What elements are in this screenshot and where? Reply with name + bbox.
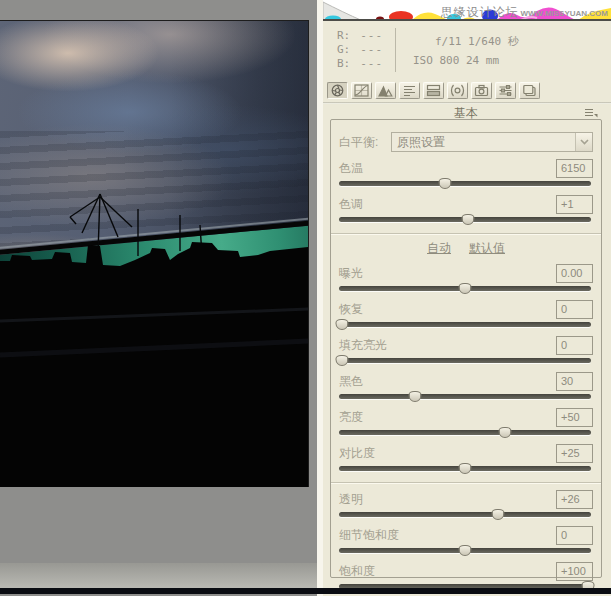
auto-link[interactable]: 自动 xyxy=(427,240,451,257)
vibrance-value[interactable]: 0 xyxy=(556,526,593,545)
brightness-label: 亮度 xyxy=(339,409,363,426)
r-label: R: xyxy=(337,29,350,42)
tab-camera-calibration[interactable] xyxy=(471,82,492,99)
histogram[interactable]: 思缘设计论坛 WWW.MISSYUAN.COM xyxy=(323,0,611,21)
tab-hsl-grayscale[interactable] xyxy=(399,82,420,99)
iso-focal: ISO 800 24 mm xyxy=(413,51,519,70)
group-divider xyxy=(331,233,601,234)
tab-basic[interactable] xyxy=(327,82,348,99)
contrast-slider-track[interactable] xyxy=(339,466,591,471)
fill-light-slider-track[interactable] xyxy=(339,358,591,363)
wb-sliders-group: 色温 6150 色调 +1 xyxy=(339,159,593,224)
tab-detail[interactable] xyxy=(375,82,396,99)
slider-row-exposure: 曝光 0.00 xyxy=(339,264,593,293)
tab-strip xyxy=(327,82,540,99)
camera-raw-panel: 思缘设计论坛 WWW.MISSYUAN.COM R:--- G:--- B:--… xyxy=(323,0,611,596)
watermark-site-name: 思缘设计论坛 xyxy=(440,4,518,21)
fill-light-label: 填充亮光 xyxy=(339,337,387,354)
r-value: --- xyxy=(360,29,383,42)
white-balance-label: 白平衡: xyxy=(339,134,391,151)
slider-row-recovery: 恢复 0 xyxy=(339,300,593,329)
tint-slider-handle[interactable] xyxy=(461,214,474,225)
temperature-value[interactable]: 6150 xyxy=(556,159,593,178)
g-value: --- xyxy=(360,43,383,56)
saturation-label: 饱和度 xyxy=(339,563,375,580)
exposure-info: f/11 1/640 秒 ISO 800 24 mm xyxy=(413,32,519,70)
window-bottom-bar xyxy=(0,588,611,594)
temperature-label: 色温 xyxy=(339,160,363,177)
slider-row-temperature: 色温 6150 xyxy=(339,159,593,188)
slider-row-vibrance: 细节饱和度 0 xyxy=(339,526,593,555)
exposure-value[interactable]: 0.00 xyxy=(556,264,593,283)
recovery-slider-handle[interactable] xyxy=(335,319,348,330)
clarity-slider-track[interactable] xyxy=(339,512,591,517)
group-divider xyxy=(331,482,601,483)
info-divider xyxy=(395,28,396,72)
b-label: B: xyxy=(337,57,350,70)
recovery-slider-track[interactable] xyxy=(339,322,591,327)
preview-bottom-strip xyxy=(0,563,322,588)
clarity-slider-handle[interactable] xyxy=(491,509,504,520)
exposure-label: 曝光 xyxy=(339,265,363,282)
image-info: R:--- G:--- B:--- f/11 1/640 秒 ISO 800 2… xyxy=(323,22,611,79)
auto-default-links: 自动 默认值 xyxy=(339,239,593,257)
slider-row-contrast: 对比度 +25 xyxy=(339,444,593,473)
temperature-slider-track[interactable] xyxy=(339,181,591,186)
vibrance-slider-handle[interactable] xyxy=(459,545,472,556)
b-value: --- xyxy=(360,57,383,70)
rgb-readout: R:--- G:--- B:--- xyxy=(337,29,383,71)
watermark-site-url: WWW.MISSYUAN.COM xyxy=(520,9,608,18)
tint-label: 色调 xyxy=(339,196,363,213)
temperature-slider-handle[interactable] xyxy=(438,178,451,189)
tint-slider-track[interactable] xyxy=(339,217,591,222)
tab-lens-corrections[interactable] xyxy=(447,82,468,99)
tab-split-toning[interactable] xyxy=(423,82,444,99)
slider-row-tint: 色调 +1 xyxy=(339,195,593,224)
tab-tone-curve[interactable] xyxy=(351,82,372,99)
contrast-slider-handle[interactable] xyxy=(459,463,472,474)
fill-light-value[interactable]: 0 xyxy=(556,336,593,355)
chevron-down-icon[interactable] xyxy=(575,133,592,151)
slider-row-brightness: 亮度 +50 xyxy=(339,408,593,437)
g-label: G: xyxy=(337,43,350,56)
aperture-shutter: f/11 1/640 秒 xyxy=(413,32,519,51)
vibrance-slider-track[interactable] xyxy=(339,548,591,553)
vibrance-label: 细节饱和度 xyxy=(339,527,399,544)
blacks-slider-track[interactable] xyxy=(339,394,591,399)
watermark: 思缘设计论坛 WWW.MISSYUAN.COM xyxy=(440,4,608,21)
blacks-value[interactable]: 30 xyxy=(556,372,593,391)
tone-sliders-group: 曝光 0.00 恢复 0 填充亮光 0 xyxy=(339,264,593,473)
brightness-slider-track[interactable] xyxy=(339,430,591,435)
brightness-value[interactable]: +50 xyxy=(556,408,593,427)
basic-panel: 白平衡: 原照设置 色温 6150 色调 +1 xyxy=(330,119,602,578)
tint-value[interactable]: +1 xyxy=(556,195,593,214)
slider-row-blacks: 黑色 30 xyxy=(339,372,593,401)
slider-row-fill-light: 填充亮光 0 xyxy=(339,336,593,365)
photo-canvas[interactable] xyxy=(0,20,309,487)
clarity-value[interactable]: +26 xyxy=(556,490,593,509)
presence-sliders-group: 透明 +26 细节饱和度 0 饱和度 +100 xyxy=(339,490,593,591)
exposure-slider-track[interactable] xyxy=(339,286,591,291)
white-balance-select[interactable]: 原照设置 xyxy=(391,132,593,152)
preview-background xyxy=(0,0,322,596)
tab-snapshots[interactable] xyxy=(519,82,540,99)
white-balance-row: 白平衡: 原照设置 xyxy=(339,132,593,152)
fill-light-slider-handle[interactable] xyxy=(335,355,348,366)
tab-presets[interactable] xyxy=(495,82,516,99)
saturation-value[interactable]: +100 xyxy=(556,562,593,581)
brightness-slider-handle[interactable] xyxy=(499,427,512,438)
exposure-slider-handle[interactable] xyxy=(459,283,472,294)
default-link[interactable]: 默认值 xyxy=(469,240,505,257)
contrast-label: 对比度 xyxy=(339,445,375,462)
slider-row-saturation: 饱和度 +100 xyxy=(339,562,593,591)
clarity-label: 透明 xyxy=(339,491,363,508)
tabs-separator xyxy=(323,102,611,104)
photo-silhouette xyxy=(0,21,309,487)
recovery-label: 恢复 xyxy=(339,301,363,318)
blacks-slider-handle[interactable] xyxy=(408,391,421,402)
white-balance-value: 原照设置 xyxy=(392,134,575,151)
contrast-value[interactable]: +25 xyxy=(556,444,593,463)
slider-row-clarity: 透明 +26 xyxy=(339,490,593,519)
recovery-value[interactable]: 0 xyxy=(556,300,593,319)
blacks-label: 黑色 xyxy=(339,373,363,390)
